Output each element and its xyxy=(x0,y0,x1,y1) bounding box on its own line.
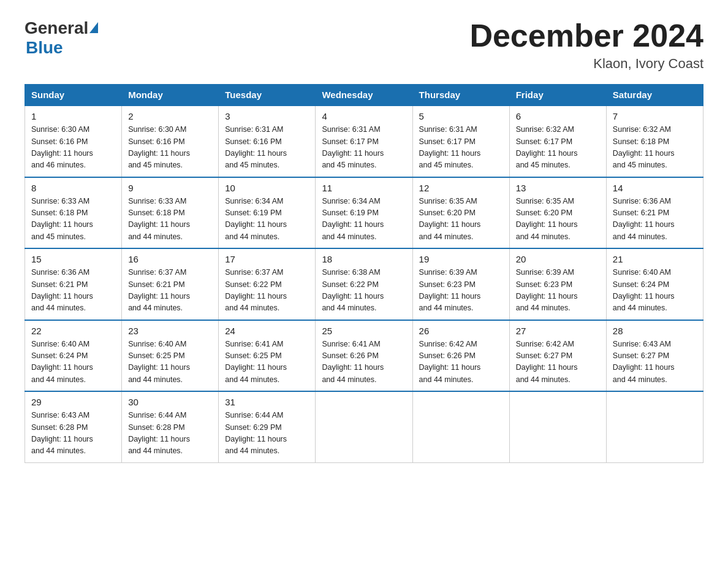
day-number: 23 xyxy=(128,326,212,336)
calendar-day-cell: 19 Sunrise: 6:39 AMSunset: 6:23 PMDaylig… xyxy=(412,248,509,320)
day-info: Sunrise: 6:43 AMSunset: 6:27 PMDaylight:… xyxy=(613,339,697,386)
day-info: Sunrise: 6:31 AMSunset: 6:16 PMDaylight:… xyxy=(225,124,309,172)
day-number: 14 xyxy=(613,183,697,193)
day-info: Sunrise: 6:32 AMSunset: 6:17 PMDaylight:… xyxy=(516,124,600,172)
calendar-day-cell: 29 Sunrise: 6:43 AMSunset: 6:28 PMDaylig… xyxy=(25,391,122,462)
day-info: Sunrise: 6:42 AMSunset: 6:26 PMDaylight:… xyxy=(419,339,503,386)
day-number: 26 xyxy=(419,326,503,336)
calendar-header-saturday: Saturday xyxy=(606,85,703,106)
day-info: Sunrise: 6:30 AMSunset: 6:16 PMDaylight:… xyxy=(31,124,115,172)
day-number: 8 xyxy=(31,183,115,193)
calendar-week-row: 15 Sunrise: 6:36 AMSunset: 6:21 PMDaylig… xyxy=(25,248,703,320)
day-info: Sunrise: 6:38 AMSunset: 6:22 PMDaylight:… xyxy=(322,267,406,315)
day-info: Sunrise: 6:44 AMSunset: 6:28 PMDaylight:… xyxy=(128,410,212,458)
calendar-week-row: 29 Sunrise: 6:43 AMSunset: 6:28 PMDaylig… xyxy=(25,391,703,462)
month-title: December 2024 xyxy=(469,18,703,53)
day-number: 25 xyxy=(322,326,406,336)
calendar-day-cell: 18 Sunrise: 6:38 AMSunset: 6:22 PMDaylig… xyxy=(316,248,412,320)
calendar-header-tuesday: Tuesday xyxy=(219,85,316,106)
calendar-day-cell: 7 Sunrise: 6:32 AMSunset: 6:18 PMDayligh… xyxy=(606,105,703,177)
calendar-week-row: 22 Sunrise: 6:40 AMSunset: 6:24 PMDaylig… xyxy=(25,320,703,392)
day-info: Sunrise: 6:36 AMSunset: 6:21 PMDaylight:… xyxy=(613,196,697,243)
logo-general-text: General xyxy=(25,18,88,38)
calendar-day-cell: 27 Sunrise: 6:42 AMSunset: 6:27 PMDaylig… xyxy=(509,320,606,392)
logo: General Blue xyxy=(25,18,98,58)
day-number: 1 xyxy=(31,111,115,121)
day-info: Sunrise: 6:39 AMSunset: 6:23 PMDaylight:… xyxy=(516,267,600,315)
calendar-day-cell: 31 Sunrise: 6:44 AMSunset: 6:29 PMDaylig… xyxy=(219,391,316,462)
day-info: Sunrise: 6:34 AMSunset: 6:19 PMDaylight:… xyxy=(225,196,309,243)
calendar-day-cell: 20 Sunrise: 6:39 AMSunset: 6:23 PMDaylig… xyxy=(509,248,606,320)
day-number: 22 xyxy=(31,326,115,336)
calendar-week-row: 8 Sunrise: 6:33 AMSunset: 6:18 PMDayligh… xyxy=(25,177,703,249)
calendar-day-cell: 10 Sunrise: 6:34 AMSunset: 6:19 PMDaylig… xyxy=(219,177,316,249)
day-info: Sunrise: 6:42 AMSunset: 6:27 PMDaylight:… xyxy=(516,339,600,386)
calendar-day-cell: 5 Sunrise: 6:31 AMSunset: 6:17 PMDayligh… xyxy=(412,105,509,177)
calendar-day-cell xyxy=(606,391,703,462)
calendar-day-cell: 8 Sunrise: 6:33 AMSunset: 6:18 PMDayligh… xyxy=(25,177,122,249)
day-info: Sunrise: 6:44 AMSunset: 6:29 PMDaylight:… xyxy=(225,410,309,458)
day-number: 12 xyxy=(419,183,503,193)
day-info: Sunrise: 6:31 AMSunset: 6:17 PMDaylight:… xyxy=(419,124,503,172)
day-number: 31 xyxy=(225,397,309,407)
day-info: Sunrise: 6:35 AMSunset: 6:20 PMDaylight:… xyxy=(516,196,600,243)
calendar-day-cell: 11 Sunrise: 6:34 AMSunset: 6:19 PMDaylig… xyxy=(316,177,412,249)
calendar-header-monday: Monday xyxy=(122,85,219,106)
day-number: 13 xyxy=(516,183,600,193)
calendar-header-friday: Friday xyxy=(509,85,606,106)
calendar-header-wednesday: Wednesday xyxy=(316,85,412,106)
page-header: General Blue December 2024 Klaon, Ivory … xyxy=(25,18,703,72)
day-number: 6 xyxy=(516,111,600,121)
calendar-day-cell: 9 Sunrise: 6:33 AMSunset: 6:18 PMDayligh… xyxy=(122,177,219,249)
day-info: Sunrise: 6:41 AMSunset: 6:26 PMDaylight:… xyxy=(322,339,406,386)
day-info: Sunrise: 6:40 AMSunset: 6:25 PMDaylight:… xyxy=(128,339,212,386)
day-info: Sunrise: 6:37 AMSunset: 6:22 PMDaylight:… xyxy=(225,267,309,315)
calendar-day-cell: 14 Sunrise: 6:36 AMSunset: 6:21 PMDaylig… xyxy=(606,177,703,249)
day-info: Sunrise: 6:30 AMSunset: 6:16 PMDaylight:… xyxy=(128,124,212,172)
day-number: 17 xyxy=(225,254,309,264)
calendar-day-cell xyxy=(412,391,509,462)
calendar-day-cell: 30 Sunrise: 6:44 AMSunset: 6:28 PMDaylig… xyxy=(122,391,219,462)
day-number: 15 xyxy=(31,254,115,264)
day-number: 24 xyxy=(225,326,309,336)
day-number: 2 xyxy=(128,111,212,121)
day-info: Sunrise: 6:33 AMSunset: 6:18 PMDaylight:… xyxy=(31,196,115,243)
calendar-day-cell: 26 Sunrise: 6:42 AMSunset: 6:26 PMDaylig… xyxy=(412,320,509,392)
day-number: 5 xyxy=(419,111,503,121)
calendar-day-cell: 13 Sunrise: 6:35 AMSunset: 6:20 PMDaylig… xyxy=(509,177,606,249)
calendar-day-cell: 4 Sunrise: 6:31 AMSunset: 6:17 PMDayligh… xyxy=(316,105,412,177)
day-number: 21 xyxy=(613,254,697,264)
day-number: 16 xyxy=(128,254,212,264)
calendar-day-cell: 22 Sunrise: 6:40 AMSunset: 6:24 PMDaylig… xyxy=(25,320,122,392)
calendar-day-cell: 2 Sunrise: 6:30 AMSunset: 6:16 PMDayligh… xyxy=(122,105,219,177)
calendar-header-row: SundayMondayTuesdayWednesdayThursdayFrid… xyxy=(25,85,703,106)
day-info: Sunrise: 6:33 AMSunset: 6:18 PMDaylight:… xyxy=(128,196,212,243)
calendar-day-cell: 28 Sunrise: 6:43 AMSunset: 6:27 PMDaylig… xyxy=(606,320,703,392)
day-number: 11 xyxy=(322,183,406,193)
day-info: Sunrise: 6:31 AMSunset: 6:17 PMDaylight:… xyxy=(322,124,406,172)
logo-text: General xyxy=(25,18,98,38)
day-number: 20 xyxy=(516,254,600,264)
day-number: 18 xyxy=(322,254,406,264)
day-number: 29 xyxy=(31,397,115,407)
calendar-day-cell xyxy=(509,391,606,462)
calendar-day-cell xyxy=(316,391,412,462)
day-number: 30 xyxy=(128,397,212,407)
day-info: Sunrise: 6:37 AMSunset: 6:21 PMDaylight:… xyxy=(128,267,212,315)
day-info: Sunrise: 6:34 AMSunset: 6:19 PMDaylight:… xyxy=(322,196,406,243)
calendar-day-cell: 24 Sunrise: 6:41 AMSunset: 6:25 PMDaylig… xyxy=(219,320,316,392)
day-number: 19 xyxy=(419,254,503,264)
calendar-week-row: 1 Sunrise: 6:30 AMSunset: 6:16 PMDayligh… xyxy=(25,105,703,177)
day-info: Sunrise: 6:36 AMSunset: 6:21 PMDaylight:… xyxy=(31,267,115,315)
calendar-day-cell: 1 Sunrise: 6:30 AMSunset: 6:16 PMDayligh… xyxy=(25,105,122,177)
day-info: Sunrise: 6:41 AMSunset: 6:25 PMDaylight:… xyxy=(225,339,309,386)
logo-blue-text: Blue xyxy=(26,38,63,58)
calendar-day-cell: 6 Sunrise: 6:32 AMSunset: 6:17 PMDayligh… xyxy=(509,105,606,177)
title-block: December 2024 Klaon, Ivory Coast xyxy=(469,18,703,72)
calendar-day-cell: 3 Sunrise: 6:31 AMSunset: 6:16 PMDayligh… xyxy=(219,105,316,177)
day-info: Sunrise: 6:43 AMSunset: 6:28 PMDaylight:… xyxy=(31,410,115,458)
day-info: Sunrise: 6:40 AMSunset: 6:24 PMDaylight:… xyxy=(31,339,115,386)
calendar-day-cell: 25 Sunrise: 6:41 AMSunset: 6:26 PMDaylig… xyxy=(316,320,412,392)
day-number: 9 xyxy=(128,183,212,193)
calendar-day-cell: 23 Sunrise: 6:40 AMSunset: 6:25 PMDaylig… xyxy=(122,320,219,392)
